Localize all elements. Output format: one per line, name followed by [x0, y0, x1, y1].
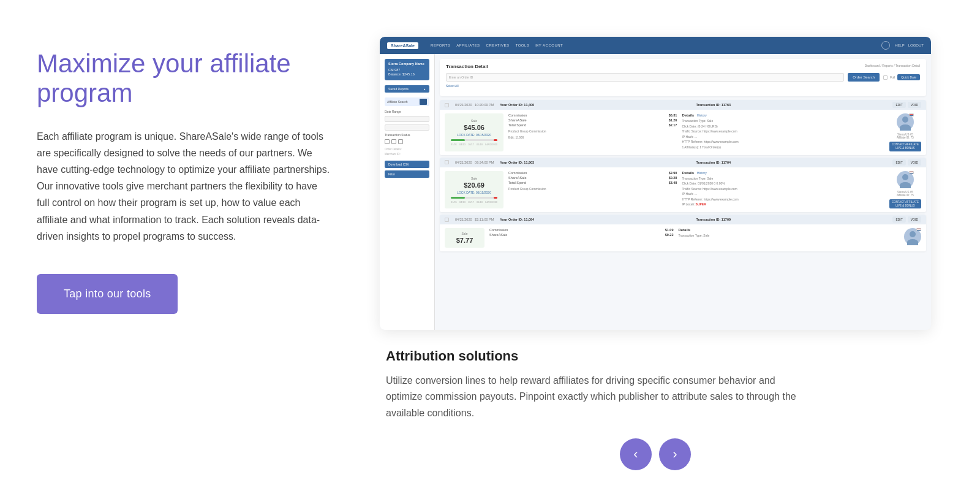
tx-actions-3: EDIT VOID: [892, 216, 921, 223]
tx-row-header-3: 04/21/2020 $2:11:00 PM Your Order ID: 11…: [440, 215, 926, 224]
tx-type-2: Transaction Type: Sale: [682, 177, 884, 181]
nav-buttons: ‹ ›: [386, 438, 925, 470]
next-button[interactable]: ›: [659, 438, 691, 470]
avatar-1: [897, 113, 914, 131]
promo-group-row-2: Product Group Commission: [508, 187, 677, 191]
table-row: 04/21/2020 09:34:00 PM Your Order ID: 11…: [440, 158, 926, 213]
tx-status-label: Transaction Status: [385, 133, 429, 137]
date-input-from[interactable]: [385, 116, 429, 122]
action-icon-2[interactable]: [391, 139, 396, 144]
contact-btn-2[interactable]: CONTACT AFFILIATELIVE & BONUS: [889, 199, 921, 209]
screenshot-mockup: ShareASale REPORTS AFFILIATES CREATIVES …: [380, 37, 931, 330]
full-label: Full: [890, 75, 895, 79]
flag-1: [909, 113, 914, 116]
void-btn-2[interactable]: VOID: [908, 159, 921, 166]
ip-location-2: IP Locati: SUPER: [682, 202, 884, 207]
avatar-info-1: Sierra US #5Affiliate ID: 75: [897, 133, 914, 139]
sale-label-2: Sale: [471, 177, 477, 180]
tx-dates-row-1: 01/01 04/13 10/17 01/18 04/01/2020: [451, 143, 497, 146]
tx-type-1: Transaction Type: Sale: [682, 119, 884, 123]
page-container: Maximize your affiliate program Each aff…: [0, 0, 980, 496]
sale-label-3: Sale: [461, 232, 467, 235]
tx-row-header-2: 04/21/2020 09:34:00 PM Your Order ID: 11…: [440, 158, 926, 167]
company-info: Sierra Company Name CM 987 Balance: $245…: [385, 59, 429, 80]
tx-commission-3: Commission$1.09 ShareASale$0.22: [489, 228, 673, 248]
click-date-1: Click Date: (0-24 HOURS): [682, 124, 884, 129]
action-icon-3[interactable]: [398, 139, 403, 144]
order-search-row: Enter an Order ID Order Search Full Quic…: [446, 73, 920, 82]
tx-order-2: Your Order ID: 11,903: [500, 161, 534, 164]
order-id-input[interactable]: Enter an Order ID: [446, 73, 844, 82]
order-search-btn[interactable]: Order Search: [848, 73, 880, 82]
select-all[interactable]: Select All: [446, 84, 920, 88]
click-date-2: Click Date: 01/01/2020 0 0:00%: [682, 181, 884, 186]
tx-type-3: Transaction Type: Sale: [678, 234, 899, 238]
void-btn-3[interactable]: VOID: [908, 216, 921, 223]
tx-checkbox-2[interactable]: [445, 160, 449, 164]
total-spend-row-1: Total Spend$2.17: [508, 123, 677, 127]
tx-txid-2: Transaction ID: 11704: [696, 161, 731, 164]
details-row-1: Order Details:: [385, 148, 429, 151]
ip-location-1: 1 Affiliate(s): 1 Total Order(s): [682, 145, 884, 150]
transaction-header: Transaction Detail Dashboard / Reports /…: [440, 59, 926, 96]
search-icon: [881, 41, 890, 50]
tx-row-header-1: 04/21/2020 10:20:09 PM Your Order ID: 11…: [440, 100, 926, 110]
tx-order-1: Your Order ID: 11,406: [500, 103, 534, 107]
tx-body-3: Sale $7.77 Commission$1.09 ShareASa: [440, 224, 926, 251]
sale-amount-2: $20.69: [464, 181, 484, 189]
ip-hash-1: IP Hash: ...: [682, 135, 884, 139]
tx-checkbox-3[interactable]: [445, 218, 449, 222]
commission-row-2: Commission$2.90: [508, 171, 677, 175]
attribution-title: Attribution solutions: [386, 348, 925, 364]
tx-details-2: Details History Transaction Type: Sale C…: [682, 171, 884, 209]
tap-tools-button[interactable]: Tap into our tools: [37, 274, 178, 314]
tx-details-3: Details Transaction Type: Sale: [678, 228, 899, 248]
tx-order-3: Your Order ID: 11,094: [500, 218, 534, 221]
main-title: Maximize your affiliate program: [37, 49, 331, 109]
details-title-2: Details History: [682, 171, 884, 175]
date-input-to[interactable]: [385, 124, 429, 131]
mock-nav-right: HELP LOGOUT: [881, 41, 924, 50]
tx-commission-1: Commission$6.31 ShareASale$1.26 Total Sp…: [508, 113, 677, 151]
commission-row-3: Commission$1.09: [489, 228, 673, 232]
action-icon-1[interactable]: [385, 139, 390, 144]
progress-bar-1: [451, 139, 497, 141]
date-range-label: Date Range: [385, 110, 429, 113]
breadcrumb: Dashboard / Reports / Transaction Detail: [865, 64, 920, 67]
table-row: 04/21/2020 10:20:09 PM Your Order ID: 11…: [440, 100, 926, 155]
void-btn-1[interactable]: VOID: [908, 102, 921, 108]
contact-btn-1[interactable]: CONTACT AFFILIATELIVE & BONUS: [889, 142, 921, 151]
mock-main: Transaction Detail Dashboard / Reports /…: [435, 54, 931, 330]
sale-amount-1: $45.06: [464, 124, 484, 131]
sale-label-1: Sale: [471, 119, 477, 123]
balance: Balance: $245.16: [388, 72, 426, 77]
commission-row-1: Commission$6.31: [508, 113, 677, 117]
saved-reports-btn[interactable]: Saved Reports▸: [385, 85, 429, 93]
main-description: Each affiliate program is unique. ShareA…: [37, 128, 331, 245]
nav-affiliates: AFFILIATES: [456, 44, 480, 47]
avatar-2: [897, 171, 914, 188]
tx-actions-2: EDIT VOID: [892, 159, 921, 166]
download-btn[interactable]: Download CSV: [385, 161, 429, 168]
attribution-description: Utilize conversion lines to help reward …: [386, 373, 802, 421]
affiliate-search-btn[interactable]: [420, 99, 427, 105]
tx-dates-row-2: 01/01 04/13 10/17 01/18 04/01/2020: [451, 200, 497, 204]
checkbox-full[interactable]: [883, 75, 888, 80]
left-column: Maximize your affiliate program Each aff…: [37, 37, 331, 314]
total-spend-row-2: Total Spend$3.48: [508, 181, 677, 185]
quick-date-btn[interactable]: Quick Date: [897, 74, 920, 80]
tx-body-2: Sale $20.69 LOCK DATE: 06/15/2020: [440, 167, 926, 213]
tx-sale-2: Sale $20.69 LOCK DATE: 06/15/2020: [445, 171, 503, 209]
filter-btn[interactable]: Filter: [385, 170, 429, 178]
affiliate-search-label: Affiliate Search: [387, 100, 408, 104]
edit-btn-1[interactable]: EDIT: [892, 102, 905, 108]
edit-btn-2[interactable]: EDIT: [892, 159, 905, 166]
order-id: CM 987: [388, 68, 426, 73]
lock-date-2: LOCK DATE: 06/15/2020: [457, 191, 491, 194]
nav-tools: TOOLS: [516, 44, 530, 47]
referrer-2: HTTP Referrer: https://www.example.com: [682, 197, 884, 202]
progress-bar-2: [451, 197, 497, 199]
tx-checkbox-1[interactable]: [445, 103, 449, 107]
edit-btn-3[interactable]: EDIT: [892, 216, 905, 223]
prev-button[interactable]: ‹: [620, 438, 652, 470]
